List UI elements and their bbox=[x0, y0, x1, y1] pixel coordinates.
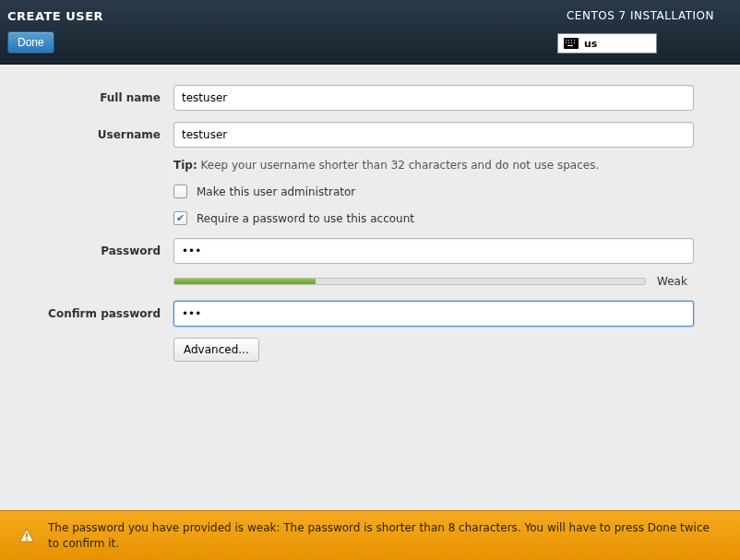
full-name-input[interactable] bbox=[173, 85, 694, 111]
require-password-checkbox-label: Require a password to use this account bbox=[197, 212, 414, 225]
svg-rect-0 bbox=[26, 533, 28, 538]
strength-label: Weak bbox=[657, 275, 694, 288]
strength-fill bbox=[174, 279, 316, 284]
svg-rect-1 bbox=[26, 539, 28, 541]
password-strength-meter: Weak bbox=[173, 275, 694, 288]
confirm-password-label: Confirm password bbox=[37, 307, 173, 320]
warning-text: The password you have provided is weak: … bbox=[48, 520, 722, 552]
admin-checkbox-label: Make this user administrator bbox=[197, 185, 355, 198]
create-user-form: Full name Username Tip: Keep your userna… bbox=[0, 65, 740, 362]
password-label: Password bbox=[37, 244, 173, 257]
strength-bar bbox=[173, 278, 646, 285]
keyboard-layout-label: us bbox=[584, 38, 597, 50]
password-input[interactable] bbox=[173, 238, 694, 264]
advanced-button[interactable]: Advanced... bbox=[173, 338, 259, 362]
done-button[interactable]: Done bbox=[7, 31, 54, 54]
header-bar: CREATE USER Done CENTOS 7 INSTALLATION u… bbox=[0, 0, 740, 65]
username-label: Username bbox=[37, 128, 173, 141]
require-password-checkbox[interactable] bbox=[173, 211, 187, 225]
keyboard-icon bbox=[564, 38, 579, 49]
installation-title: CENTOS 7 INSTALLATION bbox=[567, 9, 714, 22]
full-name-label: Full name bbox=[37, 91, 173, 104]
confirm-password-input[interactable] bbox=[173, 301, 694, 327]
tip-prefix: Tip: bbox=[173, 159, 197, 172]
page-title: CREATE USER bbox=[7, 9, 103, 23]
keyboard-layout-selector[interactable]: us bbox=[557, 33, 657, 54]
username-input[interactable] bbox=[173, 122, 694, 148]
username-tip: Tip: Keep your username shorter than 32 … bbox=[173, 159, 703, 172]
warning-bar: The password you have provided is weak: … bbox=[0, 510, 740, 560]
tip-text: Keep your username shorter than 32 chara… bbox=[201, 159, 600, 172]
warning-icon bbox=[18, 528, 35, 544]
admin-checkbox[interactable] bbox=[173, 185, 187, 198]
